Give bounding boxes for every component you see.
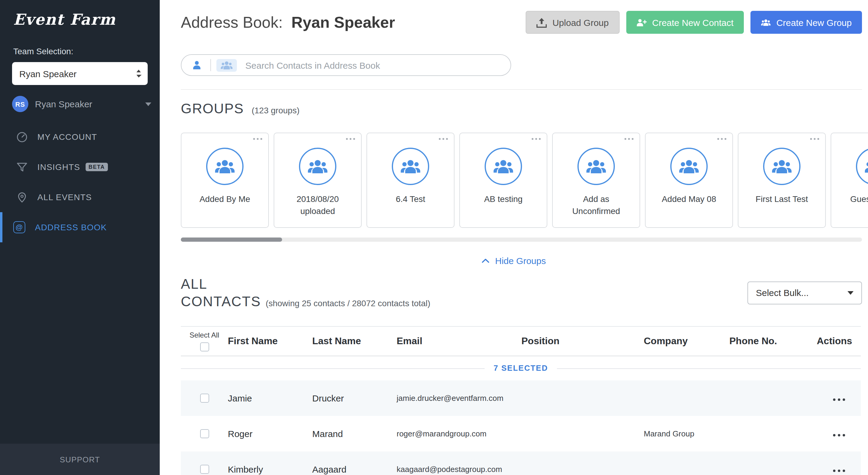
topbar: Address Book: Ryan Speaker Upload Group …	[160, 0, 868, 34]
ellipsis-menu-icon[interactable]	[530, 137, 541, 140]
search-bar	[181, 54, 511, 76]
create-new-group-button[interactable]: Create New Group	[750, 11, 862, 34]
column-header-actions: Actions	[817, 336, 861, 346]
table-row[interactable]: Roger Marand roger@marandgroup.com Maran…	[181, 416, 861, 451]
select-all-cell: Select All	[181, 330, 228, 351]
group-card[interactable]: 6.4 Test	[367, 133, 455, 228]
sidebar-item-insights[interactable]: INSIGHTS BETA	[0, 152, 160, 182]
row-actions-cell	[817, 392, 861, 403]
beta-badge: BETA	[86, 163, 108, 171]
group-card-name: AB testing	[478, 193, 529, 205]
sidebar-item-label: ADDRESS BOOK	[35, 222, 107, 232]
team-select-value: Ryan Speaker	[19, 68, 76, 79]
user-menu[interactable]: RS Ryan Speaker	[12, 96, 151, 112]
group-card[interactable]: Add as Unconfirmed	[552, 133, 640, 228]
search-input[interactable]	[237, 60, 510, 70]
groups-heading: GROUPS (123 groups)	[181, 101, 862, 117]
row-checkbox-cell	[181, 465, 228, 474]
column-header-first-name: First Name	[228, 336, 312, 346]
ellipsis-menu-icon[interactable]	[345, 137, 355, 140]
group-avatar-icon	[392, 148, 429, 185]
cell-last-name: Marand	[312, 428, 397, 439]
contacts-table: Select All First Name Last Name Email Po…	[181, 326, 861, 475]
upload-group-button[interactable]: Upload Group	[526, 11, 620, 34]
ellipsis-menu-icon[interactable]	[438, 137, 448, 140]
group-card[interactable]: Added By Me	[181, 133, 269, 228]
ellipsis-menu-icon[interactable]	[623, 137, 634, 140]
group-avatar-icon	[485, 148, 522, 185]
group-card-name: 2018/08/20 uploaded	[274, 193, 361, 217]
avatar: RS	[12, 96, 28, 112]
contacts-title-line2: CONTACTS	[181, 293, 261, 309]
ellipsis-menu-icon[interactable]	[716, 137, 727, 140]
row-actions-menu[interactable]	[832, 464, 846, 474]
contacts-title-line1: ALL	[181, 276, 207, 292]
group-card[interactable]: Added May 08	[645, 133, 733, 228]
table-row[interactable]: Kimberly Aagaard kaagaard@podestagroup.c…	[181, 451, 861, 475]
upload-icon	[537, 17, 547, 27]
sidebar-item-address-book[interactable]: @ ADDRESS BOOK	[0, 212, 160, 242]
cell-last-name: Aagaard	[312, 464, 397, 474]
group-card-name: First Last Test	[749, 193, 814, 205]
chevron-down-icon	[145, 102, 151, 106]
sidebar-item-my-account[interactable]: MY ACCOUNT	[0, 122, 160, 152]
group-card[interactable]: Guest Import	[831, 133, 868, 228]
users-icon	[761, 17, 771, 27]
select-all-checkbox[interactable]	[200, 342, 209, 351]
team-select-dropdown[interactable]: Ryan Speaker	[12, 62, 148, 85]
column-header-position: Position	[521, 336, 644, 346]
row-actions-cell	[817, 464, 861, 474]
create-new-contact-button[interactable]: Create New Contact	[626, 11, 744, 34]
search-mode-contacts-button[interactable]	[189, 59, 205, 72]
group-card[interactable]: First Last Test	[738, 133, 826, 228]
stepper-icon	[135, 69, 142, 78]
selected-count: 7 SELECTED	[485, 363, 557, 373]
group-card-name: Added By Me	[193, 193, 256, 205]
ellipsis-menu-icon[interactable]	[252, 137, 263, 140]
row-actions-menu[interactable]	[832, 428, 846, 439]
users-icon	[220, 61, 233, 70]
sidebar-item-all-events[interactable]: ALL EVENTS	[0, 182, 160, 212]
group-card[interactable]: AB testing	[459, 133, 547, 228]
group-avatar-icon	[299, 148, 336, 185]
user-name: Ryan Speaker	[35, 99, 145, 109]
team-selection-label: Team Selection:	[13, 46, 148, 56]
groups-scrollbar[interactable]	[181, 238, 862, 242]
address-book-icon: @	[13, 221, 25, 233]
select-bulk-dropdown[interactable]: Select Bulk...	[747, 282, 862, 305]
row-checkbox[interactable]	[200, 393, 209, 402]
event-farm-logo: Event Farm	[0, 0, 160, 28]
search-section	[181, 54, 862, 90]
search-mode-groups-button[interactable]	[216, 59, 237, 71]
chevron-down-icon	[847, 291, 854, 295]
funnel-icon	[16, 161, 28, 173]
sidebar-nav: MY ACCOUNT INSIGHTS BETA ALL EVENTS @ AD…	[0, 122, 160, 242]
contacts-heading: ALL CONTACTS(showing 25 contacts / 28072…	[181, 276, 430, 310]
page-title-name: Ryan Speaker	[291, 13, 395, 31]
hide-groups-link[interactable]: Hide Groups	[160, 256, 868, 266]
column-header-email: Email	[397, 336, 521, 346]
ellipsis-menu-icon[interactable]	[809, 137, 820, 140]
cell-email: roger@marandgroup.com	[397, 429, 521, 438]
group-avatar-icon	[670, 148, 708, 185]
user-icon	[192, 60, 201, 70]
row-checkbox-cell	[181, 429, 228, 438]
groups-count: (123 groups)	[252, 105, 300, 115]
row-checkbox[interactable]	[200, 465, 209, 474]
sidebar-item-label: INSIGHTS	[37, 162, 80, 172]
row-actions-menu[interactable]	[832, 392, 846, 403]
groups-scrollbar-thumb[interactable]	[181, 238, 282, 242]
sidebar-item-label: MY ACCOUNT	[37, 132, 97, 141]
groups-title: GROUPS	[181, 101, 244, 117]
group-avatar-icon	[856, 148, 868, 185]
row-checkbox[interactable]	[200, 429, 209, 438]
table-row[interactable]: Jamie Drucker jamie.drucker@eventfarm.co…	[181, 380, 861, 416]
cell-last-name: Drucker	[312, 393, 397, 403]
support-link[interactable]: SUPPORT	[0, 444, 160, 475]
cell-first-name: Jamie	[228, 393, 312, 403]
user-plus-icon	[637, 17, 647, 27]
chevron-up-icon	[482, 258, 490, 263]
group-cards-row: Added By Me 2018/08/20 uploaded 6.4 Test…	[181, 133, 868, 228]
column-header-phone: Phone No.	[730, 336, 817, 346]
group-card[interactable]: 2018/08/20 uploaded	[274, 133, 362, 228]
